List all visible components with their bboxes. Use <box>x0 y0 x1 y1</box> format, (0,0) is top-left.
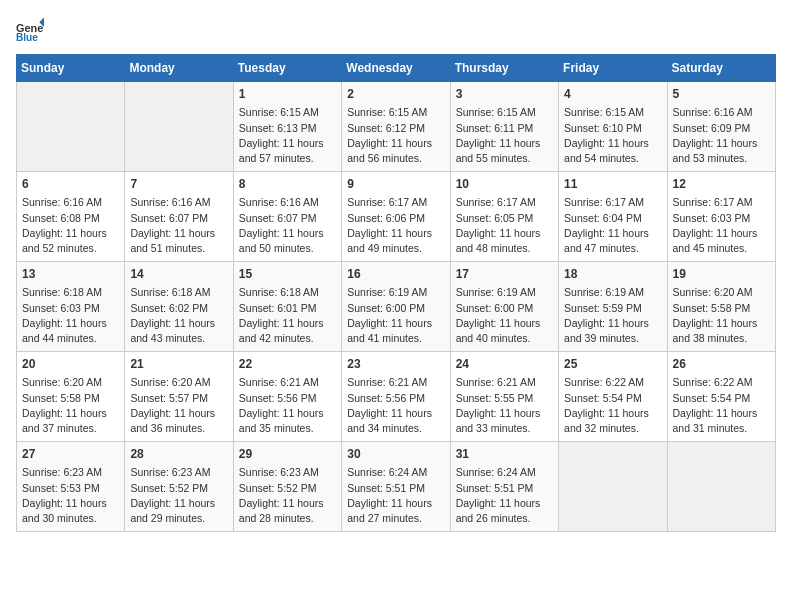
sunset-text: Sunset: 6:06 PM <box>347 212 425 224</box>
day-number: 18 <box>564 266 661 283</box>
calendar-cell: 29Sunrise: 6:23 AMSunset: 5:52 PMDayligh… <box>233 442 341 532</box>
calendar-cell <box>125 82 233 172</box>
daylight-text: Daylight: 11 hours and 51 minutes. <box>130 227 215 254</box>
daylight-text: Daylight: 11 hours and 42 minutes. <box>239 317 324 344</box>
sunrise-text: Sunrise: 6:15 AM <box>456 106 536 118</box>
daylight-text: Daylight: 11 hours and 37 minutes. <box>22 407 107 434</box>
sunrise-text: Sunrise: 6:17 AM <box>673 196 753 208</box>
day-number: 3 <box>456 86 553 103</box>
day-number: 31 <box>456 446 553 463</box>
calendar-cell: 13Sunrise: 6:18 AMSunset: 6:03 PMDayligh… <box>17 262 125 352</box>
sunrise-text: Sunrise: 6:18 AM <box>22 286 102 298</box>
day-number: 7 <box>130 176 227 193</box>
day-number: 14 <box>130 266 227 283</box>
sunset-text: Sunset: 6:09 PM <box>673 122 751 134</box>
calendar-cell: 23Sunrise: 6:21 AMSunset: 5:56 PMDayligh… <box>342 352 450 442</box>
sunset-text: Sunset: 5:58 PM <box>22 392 100 404</box>
sunrise-text: Sunrise: 6:15 AM <box>564 106 644 118</box>
sunset-text: Sunset: 6:07 PM <box>239 212 317 224</box>
day-number: 16 <box>347 266 444 283</box>
sunrise-text: Sunrise: 6:20 AM <box>130 376 210 388</box>
sunset-text: Sunset: 5:51 PM <box>347 482 425 494</box>
sunrise-text: Sunrise: 6:24 AM <box>456 466 536 478</box>
daylight-text: Daylight: 11 hours and 54 minutes. <box>564 137 649 164</box>
daylight-text: Daylight: 11 hours and 35 minutes. <box>239 407 324 434</box>
sunrise-text: Sunrise: 6:23 AM <box>130 466 210 478</box>
daylight-text: Daylight: 11 hours and 40 minutes. <box>456 317 541 344</box>
sunrise-text: Sunrise: 6:16 AM <box>673 106 753 118</box>
calendar-cell: 17Sunrise: 6:19 AMSunset: 6:00 PMDayligh… <box>450 262 558 352</box>
sunrise-text: Sunrise: 6:16 AM <box>239 196 319 208</box>
sunrise-text: Sunrise: 6:19 AM <box>347 286 427 298</box>
header-row: SundayMondayTuesdayWednesdayThursdayFrid… <box>17 55 776 82</box>
calendar-cell: 15Sunrise: 6:18 AMSunset: 6:01 PMDayligh… <box>233 262 341 352</box>
day-number: 8 <box>239 176 336 193</box>
day-header-sunday: Sunday <box>17 55 125 82</box>
day-header-saturday: Saturday <box>667 55 775 82</box>
day-number: 13 <box>22 266 119 283</box>
daylight-text: Daylight: 11 hours and 47 minutes. <box>564 227 649 254</box>
day-number: 9 <box>347 176 444 193</box>
sunrise-text: Sunrise: 6:17 AM <box>456 196 536 208</box>
daylight-text: Daylight: 11 hours and 41 minutes. <box>347 317 432 344</box>
calendar-cell: 12Sunrise: 6:17 AMSunset: 6:03 PMDayligh… <box>667 172 775 262</box>
day-header-monday: Monday <box>125 55 233 82</box>
week-row-2: 6Sunrise: 6:16 AMSunset: 6:08 PMDaylight… <box>17 172 776 262</box>
day-number: 15 <box>239 266 336 283</box>
day-number: 29 <box>239 446 336 463</box>
daylight-text: Daylight: 11 hours and 43 minutes. <box>130 317 215 344</box>
sunrise-text: Sunrise: 6:19 AM <box>456 286 536 298</box>
daylight-text: Daylight: 11 hours and 28 minutes. <box>239 497 324 524</box>
day-number: 22 <box>239 356 336 373</box>
calendar-cell: 27Sunrise: 6:23 AMSunset: 5:53 PMDayligh… <box>17 442 125 532</box>
sunrise-text: Sunrise: 6:15 AM <box>239 106 319 118</box>
daylight-text: Daylight: 11 hours and 32 minutes. <box>564 407 649 434</box>
daylight-text: Daylight: 11 hours and 49 minutes. <box>347 227 432 254</box>
sunset-text: Sunset: 6:01 PM <box>239 302 317 314</box>
sunrise-text: Sunrise: 6:23 AM <box>22 466 102 478</box>
day-number: 24 <box>456 356 553 373</box>
sunrise-text: Sunrise: 6:21 AM <box>239 376 319 388</box>
day-number: 27 <box>22 446 119 463</box>
sunrise-text: Sunrise: 6:18 AM <box>239 286 319 298</box>
calendar-cell <box>667 442 775 532</box>
sunrise-text: Sunrise: 6:19 AM <box>564 286 644 298</box>
sunset-text: Sunset: 6:13 PM <box>239 122 317 134</box>
daylight-text: Daylight: 11 hours and 48 minutes. <box>456 227 541 254</box>
sunrise-text: Sunrise: 6:24 AM <box>347 466 427 478</box>
sunset-text: Sunset: 6:05 PM <box>456 212 534 224</box>
sunset-text: Sunset: 6:10 PM <box>564 122 642 134</box>
day-number: 20 <box>22 356 119 373</box>
day-header-tuesday: Tuesday <box>233 55 341 82</box>
calendar-cell: 28Sunrise: 6:23 AMSunset: 5:52 PMDayligh… <box>125 442 233 532</box>
calendar-cell: 30Sunrise: 6:24 AMSunset: 5:51 PMDayligh… <box>342 442 450 532</box>
day-number: 30 <box>347 446 444 463</box>
sunrise-text: Sunrise: 6:18 AM <box>130 286 210 298</box>
daylight-text: Daylight: 11 hours and 53 minutes. <box>673 137 758 164</box>
sunset-text: Sunset: 6:02 PM <box>130 302 208 314</box>
day-number: 4 <box>564 86 661 103</box>
calendar-cell: 11Sunrise: 6:17 AMSunset: 6:04 PMDayligh… <box>559 172 667 262</box>
sunset-text: Sunset: 6:00 PM <box>347 302 425 314</box>
svg-text:Blue: Blue <box>16 32 38 43</box>
sunset-text: Sunset: 5:51 PM <box>456 482 534 494</box>
daylight-text: Daylight: 11 hours and 50 minutes. <box>239 227 324 254</box>
sunset-text: Sunset: 6:03 PM <box>673 212 751 224</box>
daylight-text: Daylight: 11 hours and 33 minutes. <box>456 407 541 434</box>
calendar-cell: 19Sunrise: 6:20 AMSunset: 5:58 PMDayligh… <box>667 262 775 352</box>
logo: General Blue <box>16 16 48 44</box>
calendar-cell: 22Sunrise: 6:21 AMSunset: 5:56 PMDayligh… <box>233 352 341 442</box>
sunset-text: Sunset: 5:58 PM <box>673 302 751 314</box>
sunset-text: Sunset: 6:03 PM <box>22 302 100 314</box>
daylight-text: Daylight: 11 hours and 30 minutes. <box>22 497 107 524</box>
sunrise-text: Sunrise: 6:21 AM <box>456 376 536 388</box>
calendar-cell <box>17 82 125 172</box>
day-number: 17 <box>456 266 553 283</box>
calendar-cell: 1Sunrise: 6:15 AMSunset: 6:13 PMDaylight… <box>233 82 341 172</box>
day-number: 5 <box>673 86 770 103</box>
calendar-cell: 20Sunrise: 6:20 AMSunset: 5:58 PMDayligh… <box>17 352 125 442</box>
calendar-cell: 21Sunrise: 6:20 AMSunset: 5:57 PMDayligh… <box>125 352 233 442</box>
day-number: 12 <box>673 176 770 193</box>
daylight-text: Daylight: 11 hours and 27 minutes. <box>347 497 432 524</box>
daylight-text: Daylight: 11 hours and 36 minutes. <box>130 407 215 434</box>
